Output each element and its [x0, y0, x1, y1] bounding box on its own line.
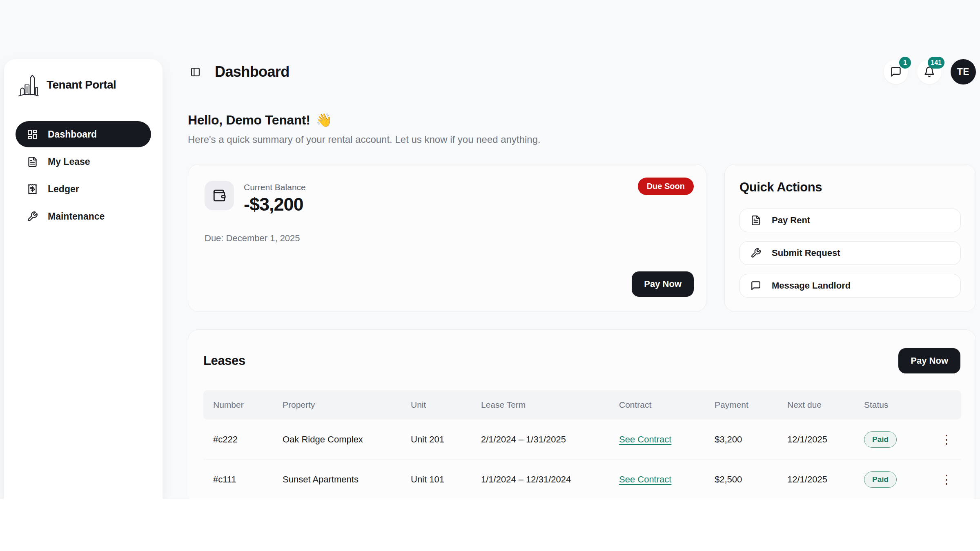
wrench-icon: [27, 211, 38, 222]
file-text-icon: [27, 156, 38, 167]
wallet-icon: [205, 181, 234, 210]
brand-name: Tenant Portal: [47, 78, 116, 91]
pay-rent-button[interactable]: Pay Rent: [739, 209, 961, 232]
col-number: Number: [203, 390, 273, 420]
due-soon-badge: Due Soon: [638, 178, 694, 195]
greeting-subtitle: Here's a quick summary of your rental ac…: [188, 134, 976, 145]
city-logo-icon: [18, 71, 39, 99]
lease-unit: Unit 101: [401, 460, 471, 499]
col-actions: [932, 390, 961, 420]
row-menu-kebab-icon[interactable]: [936, 431, 957, 448]
sidebar-item-label: Maintenance: [48, 211, 105, 222]
balance-amount: -$3,200: [244, 194, 306, 215]
message-icon: [751, 280, 761, 291]
lease-term: 2/1/2024 – 1/31/2025: [471, 420, 609, 460]
lease-property: Oak Ridge Complex: [273, 420, 401, 460]
lease-unit: Unit 201: [401, 420, 471, 460]
leases-pay-now-button[interactable]: Pay Now: [898, 348, 960, 373]
see-contract-link[interactable]: See Contract: [619, 474, 671, 484]
col-payment: Payment: [705, 390, 777, 420]
col-unit: Unit: [401, 390, 471, 420]
receipt-icon: [27, 184, 38, 195]
sidebar-nav: Dashboard My Lease Ledger Maintenance: [16, 121, 151, 229]
status-badge: Paid: [864, 431, 897, 448]
action-label: Pay Rent: [772, 215, 810, 226]
message-landlord-button[interactable]: Message Landlord: [739, 274, 961, 298]
sidebar-toggle-icon[interactable]: [188, 64, 203, 79]
sidebar-item-maintenance[interactable]: Maintenance: [16, 203, 151, 229]
action-label: Submit Request: [772, 248, 840, 258]
lease-next-due: 12/1/2025: [777, 460, 854, 499]
lease-property: Sunset Apartments: [273, 460, 401, 499]
sidebar-item-label: Ledger: [48, 184, 79, 195]
page-title: Dashboard: [215, 63, 290, 80]
submit-request-button[interactable]: Submit Request: [739, 241, 961, 265]
greeting: Hello, Demo Tenant! 👋 Here's a quick sum…: [188, 112, 976, 145]
quick-actions-card: Quick Actions Pay Rent Submit Request: [724, 164, 976, 312]
brand: Tenant Portal: [16, 71, 151, 99]
lease-number: #c111: [203, 460, 273, 499]
lease-payment: $2,500: [705, 460, 777, 499]
lease-number: #c222: [203, 420, 273, 460]
sidebar: Tenant Portal Dashboard My Lease Ledger: [4, 59, 163, 499]
messages-button[interactable]: 1: [884, 60, 908, 84]
leases-card: Leases Pay Now Number Property Unit Leas…: [188, 329, 976, 499]
messages-count-badge: 1: [899, 57, 911, 69]
table-row: #c111 Sunset Apartments Unit 101 1/1/202…: [203, 460, 961, 499]
sidebar-item-dashboard[interactable]: Dashboard: [16, 121, 151, 147]
sidebar-item-ledger[interactable]: Ledger: [16, 176, 151, 202]
notifications-button[interactable]: 141: [917, 60, 942, 84]
table-row: #c222 Oak Ridge Complex Unit 201 2/1/202…: [203, 420, 961, 460]
see-contract-link[interactable]: See Contract: [619, 434, 671, 444]
topbar: Dashboard 1 141 TE: [188, 59, 976, 84]
row-menu-kebab-icon[interactable]: [936, 471, 957, 488]
col-next-due: Next due: [777, 390, 854, 420]
file-text-icon: [751, 215, 761, 226]
wrench-icon: [751, 248, 761, 258]
avatar[interactable]: TE: [951, 59, 976, 84]
sidebar-item-label: Dashboard: [48, 129, 97, 140]
action-label: Message Landlord: [772, 280, 851, 291]
table-header-row: Number Property Unit Lease Term Contract…: [203, 390, 961, 420]
message-icon: [890, 66, 902, 78]
col-status: Status: [854, 390, 932, 420]
leases-table: Number Property Unit Lease Term Contract…: [203, 390, 961, 499]
balance-label: Current Balance: [244, 181, 306, 192]
col-property: Property: [273, 390, 401, 420]
greeting-title: Hello, Demo Tenant!: [188, 113, 310, 128]
col-contract: Contract: [609, 390, 705, 420]
lease-payment: $3,200: [705, 420, 777, 460]
leases-title: Leases: [203, 353, 245, 368]
quick-actions-title: Quick Actions: [739, 180, 961, 195]
main-content: Dashboard 1 141 TE Hello, Demo Tenant! 👋…: [163, 0, 980, 499]
lease-term: 1/1/2024 – 12/31/2024: [471, 460, 609, 499]
balance-due-date: Due: December 1, 2025: [205, 233, 690, 244]
app-canvas: Tenant Portal Dashboard My Lease Ledger: [0, 0, 980, 499]
lease-next-due: 12/1/2025: [777, 420, 854, 460]
wave-emoji: 👋: [316, 112, 332, 128]
dashboard-grid-icon: [27, 129, 38, 140]
notifications-count-badge: 141: [928, 57, 944, 69]
col-lease-term: Lease Term: [471, 390, 609, 420]
sidebar-item-my-lease[interactable]: My Lease: [16, 149, 151, 175]
sidebar-item-label: My Lease: [48, 156, 90, 167]
status-badge: Paid: [864, 471, 897, 488]
pay-now-button[interactable]: Pay Now: [632, 271, 694, 297]
balance-card: Current Balance -$3,200 Due: December 1,…: [188, 164, 706, 312]
